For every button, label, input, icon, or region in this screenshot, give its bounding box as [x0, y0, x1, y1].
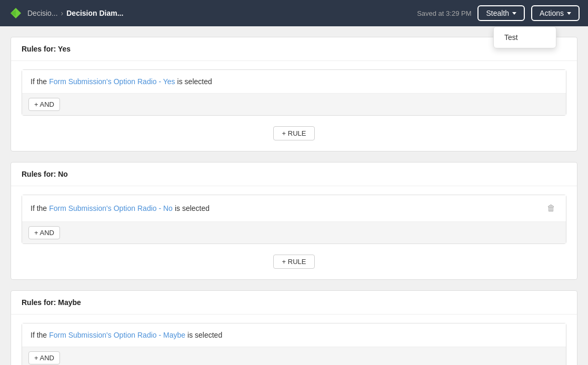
breadcrumb-current: Decision Diam...: [66, 9, 123, 17]
condition-text: is selected: [187, 331, 222, 339]
rule-condition: If the Form Submission's Option Radio - …: [31, 77, 212, 86]
rule-card-top: If the Form Submission's Option Radio - …: [22, 195, 566, 221]
condition-field-link[interactable]: Option: [114, 77, 135, 86]
rule-condition: If the Form Submission's Option Radio - …: [31, 331, 222, 339]
condition-text: is selected: [175, 204, 210, 212]
section-no-body: If the Form Submission's Option Radio - …: [11, 186, 577, 279]
condition-value-link[interactable]: Radio - Yes: [137, 77, 175, 86]
rule-condition: If the Form Submission's Option Radio - …: [31, 204, 210, 212]
section-no-header: Rules for: No: [11, 163, 577, 186]
section-maybe-header: Rules for: Maybe: [11, 291, 577, 315]
actions-chevron-icon: [567, 12, 571, 15]
section-maybe: Rules for: Maybe If the Form Submission'…: [11, 290, 577, 365]
header-logo: Decisio... › Decision Diam...: [8, 6, 417, 21]
condition-field-link[interactable]: Option: [114, 204, 135, 212]
add-rule-button[interactable]: + RULE: [273, 255, 315, 269]
condition-source-link[interactable]: Form Submission's: [49, 204, 112, 212]
if-text: If the: [31, 77, 47, 86]
condition-source-link[interactable]: Form Submission's: [49, 77, 112, 86]
condition-source-link[interactable]: Form Submission's: [49, 331, 112, 339]
stealth-label: Stealth: [486, 9, 509, 17]
dropdown-item-test[interactable]: Test: [494, 27, 556, 48]
add-rule-button[interactable]: + RULE: [273, 126, 315, 140]
if-text: If the: [31, 331, 47, 339]
section-yes-header: Rules for: Yes: [11, 37, 577, 61]
header-right: Saved at 3:29 PM Stealth Actions: [417, 5, 580, 21]
section-yes: Rules for: Yes If the Form Submission's …: [11, 37, 577, 151]
section-maybe-body: If the Form Submission's Option Radio - …: [11, 315, 577, 365]
condition-value-link[interactable]: Radio - Maybe: [137, 331, 185, 339]
rule-card-top: If the Form Submission's Option Radio - …: [22, 323, 566, 347]
actions-dropdown: Test: [493, 26, 556, 48]
section-no: Rules for: No If the Form Submission's O…: [11, 162, 577, 280]
rule-card-top: If the Form Submission's Option Radio - …: [22, 70, 566, 93]
rule-card: If the Form Submission's Option Radio - …: [22, 69, 566, 116]
header: Decisio... › Decision Diam... Saved at 3…: [0, 0, 588, 26]
breadcrumb-parent[interactable]: Decisio...: [27, 9, 58, 17]
breadcrumb: Decisio... › Decision Diam...: [27, 9, 123, 17]
condition-text: is selected: [177, 77, 212, 86]
rule-card: If the Form Submission's Option Radio - …: [22, 195, 566, 244]
rule-card-footer: + AND: [22, 93, 566, 115]
add-rule-row: + RULE: [22, 122, 566, 143]
rule-card-footer: + AND: [22, 347, 566, 365]
stealth-chevron-icon: [512, 12, 516, 15]
actions-button[interactable]: Actions: [531, 5, 580, 21]
add-rule-row: + RULE: [22, 250, 566, 271]
section-yes-body: If the Form Submission's Option Radio - …: [11, 61, 577, 151]
breadcrumb-separator: ›: [61, 9, 64, 17]
logo-icon: [8, 6, 23, 21]
actions-label: Actions: [540, 9, 564, 17]
delete-rule-icon[interactable]: 🗑: [545, 202, 557, 214]
rule-card-footer: + AND: [22, 221, 566, 244]
condition-field-link[interactable]: Option: [114, 331, 135, 339]
and-button[interactable]: + AND: [28, 98, 60, 111]
condition-value-link[interactable]: Radio - No: [137, 204, 173, 212]
saved-status: Saved at 3:29 PM: [417, 9, 471, 17]
rule-card: If the Form Submission's Option Radio - …: [22, 323, 566, 365]
stealth-button[interactable]: Stealth: [477, 5, 525, 21]
and-button[interactable]: + AND: [28, 226, 60, 239]
main-content: Rules for: Yes If the Form Submission's …: [0, 26, 588, 365]
if-text: If the: [31, 204, 47, 212]
and-button[interactable]: + AND: [28, 351, 60, 364]
